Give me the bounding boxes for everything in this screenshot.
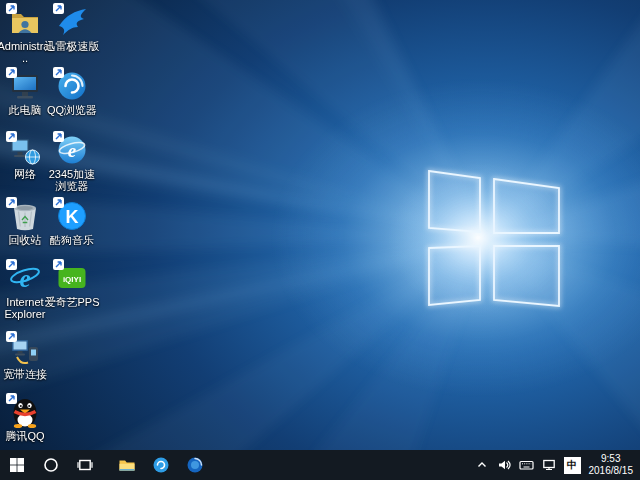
keyboard-icon	[519, 458, 534, 472]
shortcut-overlay-icon	[53, 3, 64, 14]
2345-browser-icon: e	[56, 134, 88, 166]
shortcut-overlay-icon	[6, 197, 17, 208]
desktop-icon-tencent-qq[interactable]: 腾讯QQ	[0, 396, 50, 442]
tray-chevron-button[interactable]	[471, 450, 493, 480]
this-pc-icon	[9, 70, 41, 102]
qq-browser-icon	[152, 456, 170, 474]
kugou-music-icon: K	[56, 200, 88, 232]
recycle-bin-icon	[9, 200, 41, 232]
iqiyi-pps-icon: iQIYI	[56, 262, 88, 294]
chevron-up-icon	[475, 458, 489, 472]
volume-icon	[497, 458, 511, 472]
file-explorer-icon	[118, 457, 136, 473]
volume-button[interactable]	[493, 450, 515, 480]
task-view-button[interactable]	[68, 450, 102, 480]
desktop-icon-2345-browser[interactable]: e 2345加速浏览器	[47, 134, 97, 193]
desktop-icon-administrator[interactable]: Administra...	[0, 6, 50, 65]
ime-indicator[interactable]: 中	[564, 457, 581, 474]
desktop-icon-label: 腾讯QQ	[0, 430, 53, 442]
desktop-icon-label: 迅雷极速版	[44, 40, 100, 52]
task-view-icon	[77, 457, 93, 473]
desktop-icon-recycle-bin[interactable]: 回收站	[0, 200, 50, 246]
shortcut-overlay-icon	[6, 3, 17, 14]
windows-logo-icon	[9, 457, 25, 473]
shortcut-overlay-icon	[6, 131, 17, 142]
svg-text:iQIYI: iQIYI	[63, 275, 81, 284]
desktop-icon-label: 酷狗音乐	[44, 234, 100, 246]
network-tray-button[interactable]	[538, 450, 560, 480]
cortana-circle-icon	[43, 457, 59, 473]
thunder-speed-icon	[56, 6, 88, 38]
shortcut-overlay-icon	[6, 331, 17, 342]
clock-time: 9:53	[601, 453, 620, 466]
desktop-icon-label: 爱奇艺PPS	[44, 296, 100, 308]
pinned-app-icon	[186, 456, 204, 474]
shortcut-overlay-icon	[53, 67, 64, 78]
tencent-qq-icon	[9, 396, 41, 428]
network-ethernet-icon	[542, 458, 556, 472]
shortcut-overlay-icon	[6, 259, 17, 270]
broadband-connection-icon	[9, 334, 41, 366]
desktop[interactable]: Administra... 此电脑	[0, 0, 640, 480]
svg-text:K: K	[66, 207, 79, 227]
desktop-icon-this-pc[interactable]: 此电脑	[0, 70, 50, 116]
desktop-icon-label: 宽带连接	[0, 368, 53, 380]
shortcut-overlay-icon	[6, 67, 17, 78]
desktop-icon-network[interactable]: 网络	[0, 134, 50, 180]
qq-browser-icon	[56, 70, 88, 102]
shortcut-overlay-icon	[6, 393, 17, 404]
desktop-icon-kugou-music[interactable]: K 酷狗音乐	[47, 200, 97, 246]
taskbar-clock[interactable]: 9:53 2016/8/15	[585, 450, 640, 480]
shortcut-overlay-icon	[53, 131, 64, 142]
network-icon	[9, 134, 41, 166]
desktop-icon-internet-explorer[interactable]: e Internet Explorer	[0, 262, 50, 321]
desktop-icon-iqiyi-pps[interactable]: iQIYI 爱奇艺PPS	[47, 262, 97, 308]
desktop-icon-label: QQ浏览器	[44, 104, 100, 116]
user-folder-icon	[9, 6, 41, 38]
start-button[interactable]	[0, 450, 34, 480]
desktop-icon-label: 2345加速浏览器	[44, 168, 100, 193]
shortcut-overlay-icon	[53, 197, 64, 208]
desktop-icon-broadband[interactable]: 宽带连接	[0, 334, 50, 380]
qq-browser-taskbar-button[interactable]	[144, 450, 178, 480]
system-tray: 中 9:53 2016/8/15	[471, 450, 640, 480]
touch-keyboard-button[interactable]	[515, 450, 538, 480]
desktop-icon-qq-browser[interactable]: QQ浏览器	[47, 70, 97, 116]
shortcut-overlay-icon	[53, 259, 64, 270]
internet-explorer-icon: e	[9, 262, 41, 294]
search-button[interactable]	[34, 450, 68, 480]
file-explorer-button[interactable]	[110, 450, 144, 480]
taskbar: 中 9:53 2016/8/15	[0, 450, 640, 480]
desktop-icon-thunder[interactable]: 迅雷极速版	[47, 6, 97, 52]
pinned-app-button[interactable]	[178, 450, 212, 480]
clock-date: 2016/8/15	[589, 465, 634, 478]
